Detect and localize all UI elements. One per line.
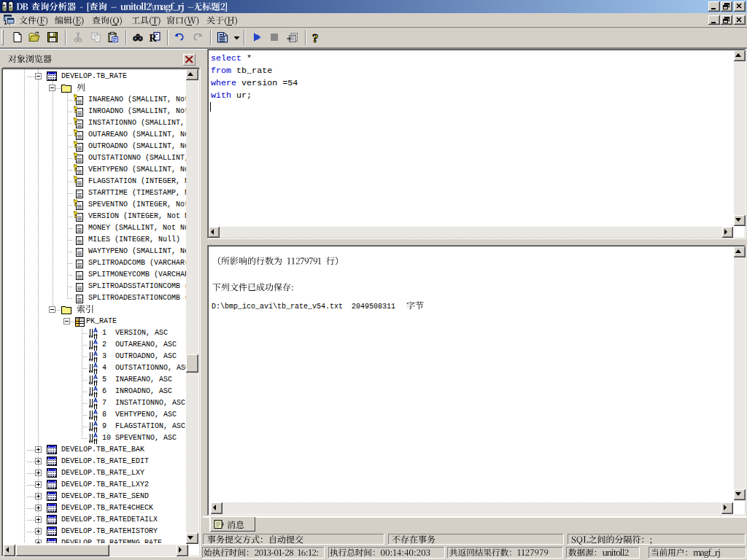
svg-text:R: R [150, 33, 158, 43]
svg-text:?: ? [312, 31, 319, 43]
